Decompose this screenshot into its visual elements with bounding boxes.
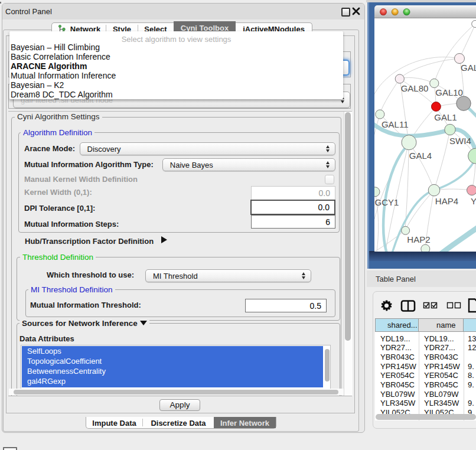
svg-text:GAL2: GAL2 [461,63,476,73]
svg-text:Y: Y [471,195,476,206]
svg-text:HAP4: HAP4 [435,195,458,206]
svg-text:GAL80: GAL80 [401,83,429,93]
svg-text:HAP2: HAP2 [407,234,430,244]
svg-text:GAL4: GAL4 [409,150,432,160]
svg-text:GAL10: GAL10 [435,87,463,97]
svg-text:GAL11: GAL11 [382,119,409,129]
svg-text:SWI4: SWI4 [449,136,471,146]
svg-text:GAL1: GAL1 [434,112,457,122]
svg-text:GCY1: GCY1 [375,197,399,207]
